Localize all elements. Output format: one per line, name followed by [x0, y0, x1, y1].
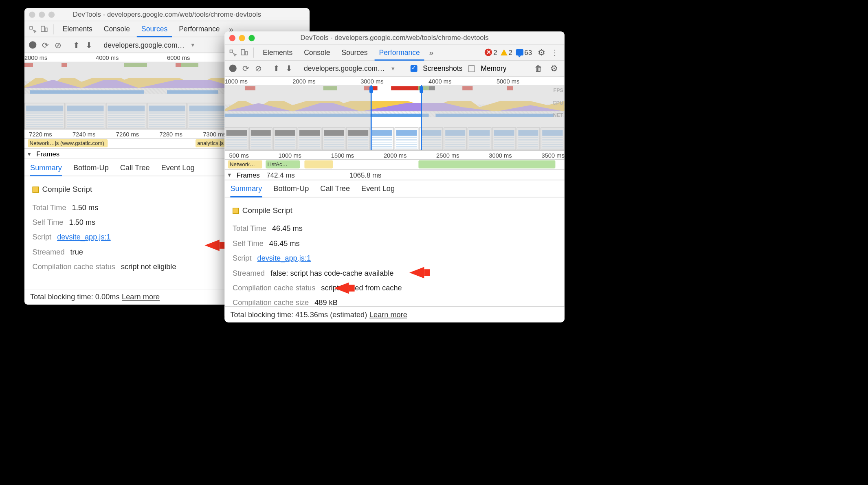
- inspect-icon[interactable]: [28, 24, 37, 33]
- annotation-arrow-icon: [409, 267, 424, 279]
- tab-sources[interactable]: Sources: [337, 44, 372, 60]
- svg-rect-1: [45, 28, 47, 31]
- dropdown-icon[interactable]: ▼: [190, 42, 195, 48]
- subtab-eventlog[interactable]: Event Log: [361, 180, 395, 197]
- frames-row[interactable]: ▼ Frames 742.4 ms 1065.8 ms: [224, 170, 564, 180]
- reload-icon[interactable]: ⟳: [42, 40, 49, 49]
- panel-tabbar: Elements Console Sources Performance » ✕…: [224, 45, 564, 61]
- flame-row[interactable]: Network… ListAc…: [224, 160, 564, 170]
- screenshots-checkbox[interactable]: [410, 65, 417, 72]
- upload-icon[interactable]: ⬆: [273, 64, 280, 73]
- subtab-eventlog[interactable]: Event Log: [161, 159, 195, 176]
- gear-icon[interactable]: ⚙: [548, 63, 560, 73]
- tab-elements[interactable]: Elements: [58, 21, 97, 37]
- console-badges[interactable]: ✕2 2 63 ⚙ ⋮: [485, 47, 561, 57]
- error-icon: ✕: [485, 48, 492, 56]
- subtab-calltree[interactable]: Call Tree: [320, 180, 350, 197]
- memory-checkbox[interactable]: [468, 65, 475, 72]
- tab-performance[interactable]: Performance: [174, 21, 224, 37]
- learn-more-link[interactable]: Learn more: [122, 293, 160, 301]
- warning-icon: [501, 49, 508, 55]
- overview-timeline[interactable]: 1000 ms2000 ms3000 ms4000 ms5000 ms FPSC…: [224, 77, 564, 151]
- window-title: DevTools - developers.google.com/web/too…: [24, 11, 310, 19]
- subtab-bottomup[interactable]: Bottom-Up: [73, 159, 109, 176]
- subtab-bottomup[interactable]: Bottom-Up: [273, 180, 309, 197]
- tab-console[interactable]: Console: [299, 44, 335, 60]
- chevron-down-icon[interactable]: ▼: [27, 151, 32, 157]
- learn-more-link[interactable]: Learn more: [369, 310, 407, 319]
- activity-color-icon: [33, 187, 39, 193]
- tab-sources[interactable]: Sources: [137, 21, 172, 37]
- titlebar: DevTools - developers.google.com/web/too…: [224, 31, 564, 44]
- subtab-summary[interactable]: Summary: [230, 180, 262, 197]
- download-icon[interactable]: ⬇: [86, 40, 92, 49]
- svg-rect-0: [41, 26, 44, 31]
- range-selector[interactable]: [371, 85, 422, 150]
- message-icon: [516, 49, 523, 55]
- subtab-summary[interactable]: Summary: [30, 159, 62, 176]
- record-button[interactable]: [229, 65, 237, 72]
- annotation-arrow-icon: [204, 239, 219, 251]
- annotation-arrow-icon: [334, 282, 349, 294]
- detail-time-ruler: 500 ms1000 ms1500 ms2000 ms2500 ms3000 m…: [224, 151, 564, 160]
- recording-url[interactable]: developers.google.com…: [104, 41, 185, 49]
- download-icon[interactable]: ⬇: [286, 64, 292, 73]
- summary-panel: Compile Script Total Time46.45 ms Self T…: [224, 198, 564, 316]
- activity-color-icon: [233, 207, 239, 213]
- time-ruler: 1000 ms2000 ms3000 ms4000 ms5000 ms: [224, 77, 564, 85]
- record-button[interactable]: [29, 41, 36, 48]
- kebab-icon[interactable]: ⋮: [549, 48, 561, 57]
- inspect-icon[interactable]: [228, 48, 237, 57]
- reload-icon[interactable]: ⟳: [242, 64, 249, 73]
- tab-elements[interactable]: Elements: [258, 44, 297, 60]
- recording-url[interactable]: developers.google.com…: [304, 64, 385, 72]
- svg-rect-3: [245, 51, 247, 55]
- chevron-down-icon[interactable]: ▼: [227, 172, 232, 178]
- footer: Total blocking time: 415.36ms (estimated…: [224, 306, 564, 322]
- gear-icon[interactable]: ⚙: [535, 47, 547, 57]
- script-link[interactable]: devsite_app.js:1: [257, 251, 311, 266]
- upload-icon[interactable]: ⬆: [73, 40, 80, 49]
- trash-icon[interactable]: 🗑: [534, 64, 543, 73]
- script-link[interactable]: devsite_app.js:1: [57, 230, 111, 245]
- subtab-calltree[interactable]: Call Tree: [120, 159, 150, 176]
- device-icon[interactable]: [39, 24, 48, 33]
- device-icon[interactable]: [240, 48, 248, 57]
- tab-performance[interactable]: Performance: [374, 44, 424, 60]
- clear-icon[interactable]: ⊘: [55, 40, 62, 49]
- window-title: DevTools - developers.google.com/web/too…: [224, 34, 564, 42]
- separator: [53, 24, 53, 34]
- perf-toolbar: ⟳ ⊘ ⬆ ⬇ developers.google.com… ▼ Screens…: [224, 61, 564, 77]
- titlebar: DevTools - developers.google.com/web/too…: [24, 8, 310, 21]
- dropdown-icon[interactable]: ▼: [390, 66, 395, 71]
- detail-subtabs: Summary Bottom-Up Call Tree Event Log: [224, 180, 564, 198]
- clear-icon[interactable]: ⊘: [255, 64, 262, 73]
- chevron-right-icon[interactable]: »: [427, 48, 436, 57]
- svg-rect-2: [241, 49, 244, 55]
- devtools-window-right: DevTools - developers.google.com/web/too…: [224, 31, 564, 322]
- separator: [253, 47, 253, 57]
- tab-console[interactable]: Console: [99, 21, 135, 37]
